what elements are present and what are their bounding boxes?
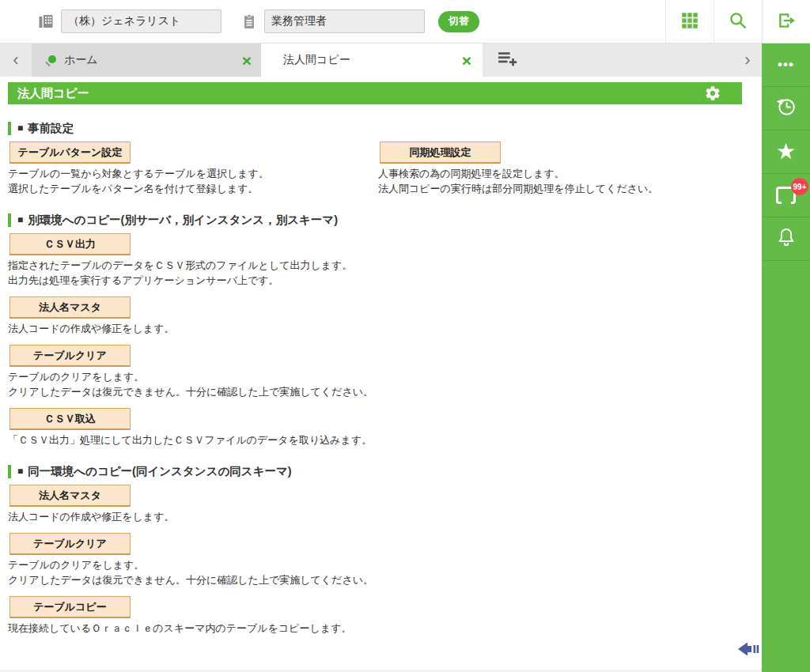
bell-icon: [774, 225, 798, 252]
section-copy-other-env: ■ 別環境へのコピー(別サーバ，別インスタンス，別スキーマ) ＣＳＶ出力 指定さ…: [8, 212, 754, 447]
corporate-name-master-button[interactable]: 法人名マスタ: [9, 296, 131, 319]
pin-icon: [45, 55, 56, 66]
star-icon: ★: [776, 141, 796, 163]
section-accent-bar: [8, 122, 11, 135]
function-item: 同期処理設定 人事検索の為の同期処理を設定します。 法人間コピーの実行時は部分同…: [378, 142, 754, 196]
notifications-button[interactable]: 99+: [762, 174, 810, 217]
section-title: 事前設定: [28, 121, 74, 136]
tab-label: ホーム: [64, 53, 242, 67]
tab-bar: ‹ ホーム × 法人間コピー × ›: [0, 43, 762, 77]
collapse-left-arrow-icon[interactable]: [738, 640, 760, 658]
function-description: テーブルのクリアをします。: [8, 369, 754, 384]
page-title: 法人間コピー: [17, 86, 89, 101]
role-input[interactable]: [264, 9, 425, 33]
apps-grid-button[interactable]: [665, 0, 713, 43]
section-copy-same-env: ■ 同一環境へのコピー(同インスタンスの同スキーマ) 法人名マスタ 法人コードの…: [8, 463, 754, 636]
company-input[interactable]: [61, 9, 221, 33]
notification-badge: 99+: [791, 178, 808, 195]
corporate-name-master-button-2[interactable]: 法人名マスタ: [9, 485, 131, 507]
function-item: 法人名マスタ 法人コードの作成や修正をします。: [8, 485, 754, 524]
function-item: テーブルクリア テーブルのクリアをします。 クリアしたデータは復元できません。十…: [8, 533, 754, 587]
function-item: ＣＳＶ取込 「ＣＳＶ出力」処理にして出力したＣＳＶファイルのデータを取り込みます…: [8, 408, 754, 447]
favorites-button[interactable]: ★: [762, 130, 810, 174]
clipboard-icon: [240, 13, 258, 30]
page-title-bar: 法人間コピー: [8, 82, 742, 104]
tab-corporate-copy[interactable]: 法人間コピー ×: [261, 43, 483, 77]
function-description: 「ＣＳＶ出力」処理にして出力したＣＳＶファイルのデータを取り込みます。: [8, 432, 754, 447]
tab-home[interactable]: ホーム ×: [32, 43, 261, 77]
csv-import-button[interactable]: ＣＳＶ取込: [9, 408, 131, 430]
function-description: 法人コードの作成や修正をします。: [8, 509, 754, 524]
section-pre-settings: ■ 事前設定 テーブルパターン設定 テーブルの一覧から対象とするテーブルを選択し…: [8, 120, 754, 196]
logout-button[interactable]: [762, 0, 810, 43]
function-description: テーブルの一覧から対象とするテーブルを選択します。: [8, 166, 378, 181]
section-heading: ■ 別環境へのコピー(別サーバ，別インスタンス，別スキーマ): [8, 212, 754, 228]
section-title: 同一環境へのコピー(同インスタンスの同スキーマ): [28, 464, 291, 479]
section-heading: ■ 同一環境へのコピー(同インスタンスの同スキーマ): [8, 463, 754, 479]
search-button[interactable]: [713, 0, 762, 43]
gear-icon[interactable]: [704, 85, 721, 102]
add-tab-icon[interactable]: [497, 49, 518, 72]
function-description: 法人間コピーの実行時は部分同期処理を停止してください。: [378, 181, 754, 196]
section-bullet: ■: [17, 214, 23, 225]
top-header: 切替: [0, 0, 810, 43]
history-button[interactable]: [762, 87, 810, 130]
function-item: ＣＳＶ出力 指定されたテーブルのデータをＣＳＶ形式のファイルとして出力します。 …: [8, 233, 754, 288]
alerts-button[interactable]: [762, 217, 810, 261]
function-description: クリアしたデータは復元できません。十分に確認した上で実施してください。: [8, 572, 754, 587]
sync-process-settings-button[interactable]: 同期処理設定: [380, 142, 501, 164]
tabs-prev-button[interactable]: ‹: [0, 43, 32, 77]
section-bullet: ■: [17, 123, 23, 134]
function-description: 法人コードの作成や修正をします。: [8, 321, 754, 336]
ellipsis-icon: •••: [778, 57, 794, 73]
table-clear-button-2[interactable]: テーブルクリア: [9, 533, 131, 555]
function-item: テーブルパターン設定 テーブルの一覧から対象とするテーブルを選択します。 選択し…: [8, 142, 378, 196]
apps-grid-icon: [679, 10, 700, 34]
table-pattern-settings-button[interactable]: テーブルパターン設定: [9, 142, 131, 164]
function-description: 指定されたテーブルのデータをＣＳＶ形式のファイルとして出力します。: [8, 258, 754, 273]
logout-icon: [776, 10, 797, 34]
tab-label: 法人間コピー: [283, 53, 462, 67]
section-accent-bar: [8, 465, 11, 478]
function-description: 人事検索の為の同期処理を設定します。: [378, 166, 754, 181]
tab-bar-spacer: [518, 43, 733, 77]
function-item: テーブルクリア テーブルのクリアをします。 クリアしたデータは復元できません。十…: [8, 345, 754, 399]
close-icon[interactable]: ×: [242, 52, 252, 69]
function-description: テーブルのクリアをします。: [8, 557, 754, 572]
function-description: 出力先は処理を実行するアプリケーションサーバ上です。: [8, 273, 754, 288]
function-description: 現在接続しているＯｒａｃｌｅのスキーマ内のテーブルをコピーします。: [8, 621, 754, 636]
tabs-next-button[interactable]: ›: [733, 43, 762, 77]
table-clear-button[interactable]: テーブルクリア: [9, 345, 131, 367]
csv-export-button[interactable]: ＣＳＶ出力: [9, 233, 131, 255]
switch-button[interactable]: 切替: [438, 11, 479, 32]
history-icon: [774, 95, 798, 122]
function-description: 選択したテーブルをパターン名を付けて登録します。: [8, 181, 378, 196]
right-sidebar: ••• ★ 99+: [762, 43, 810, 672]
section-title: 別環境へのコピー(別サーバ，別インスタンス，別スキーマ): [28, 213, 338, 228]
section-heading: ■ 事前設定: [8, 120, 754, 136]
search-icon: [728, 10, 748, 34]
function-description: クリアしたデータは復元できません。十分に確認した上で実施してください。: [8, 384, 754, 399]
function-item: テーブルコピー 現在接続しているＯｒａｃｌｅのスキーマ内のテーブルをコピーします…: [8, 596, 754, 636]
main-content: 法人間コピー ■ 事前設定 テーブルパターン設定 テーブルの一覧から対象とするテ…: [0, 77, 762, 670]
more-options-button[interactable]: •••: [762, 43, 810, 87]
section-bullet: ■: [17, 466, 23, 477]
function-item: 法人名マスタ 法人コードの作成や修正をします。: [8, 296, 754, 336]
section-accent-bar: [8, 213, 11, 227]
table-copy-button[interactable]: テーブルコピー: [9, 596, 131, 618]
close-icon[interactable]: ×: [462, 52, 471, 69]
building-icon: [37, 13, 55, 30]
